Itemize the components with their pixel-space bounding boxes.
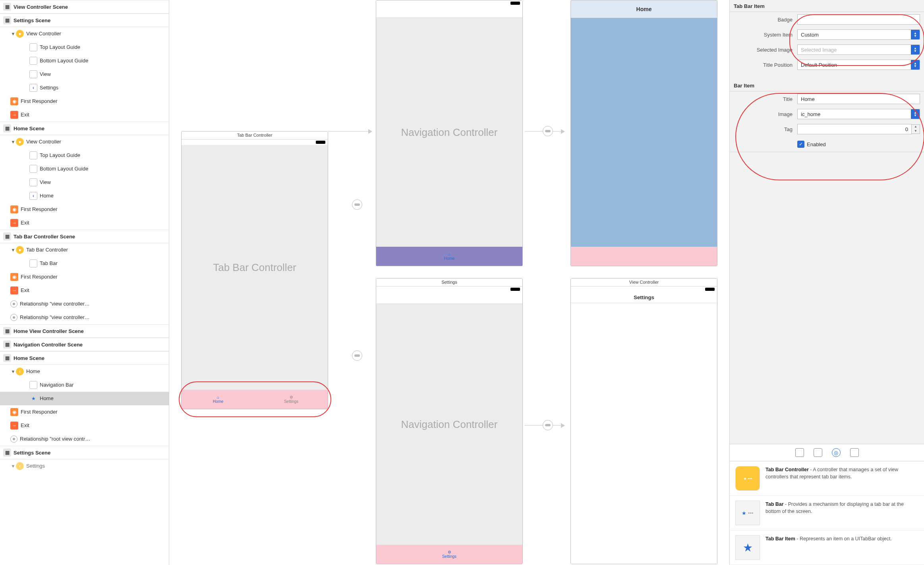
field-label: Title <box>734 96 797 102</box>
outline-tab-bar[interactable]: Tab Bar <box>0 257 169 270</box>
outline-exit[interactable]: →Exit <box>0 419 169 432</box>
outline-relationship-segue[interactable]: Relationship "view controller… <box>0 297 169 311</box>
outline-tab-bar-controller[interactable]: ▼●Tab Bar Controller <box>0 243 169 257</box>
library-item-text: Tab Bar Item - Represents an item on a U… <box>765 535 918 560</box>
outline-label: Relationship "view controller… <box>20 301 90 307</box>
tab-bar-preview[interactable]: ⌂Home ⚙Settings <box>182 390 328 409</box>
outline-navigation-bar[interactable]: Navigation Bar <box>0 378 169 392</box>
chevron-up-down-icon: ▲▼ <box>911 30 920 39</box>
enabled-checkbox[interactable]: ✓ <box>797 141 804 148</box>
select-placeholder: Selected Image <box>801 47 837 53</box>
outline-home-item[interactable]: ‹Home <box>0 189 169 203</box>
outline-first-responder[interactable]: ◉First Responder <box>0 405 169 419</box>
library-item-tab-bar[interactable]: ★ ••• Tab Bar - Provides a mechanism for… <box>730 496 924 530</box>
image-select[interactable]: ic_home ▲▼ <box>797 109 920 119</box>
disclosure-triangle-icon[interactable]: ▼ <box>10 139 16 144</box>
field-label: Badge <box>734 17 797 23</box>
outline-top-layout[interactable]: Top Layout Guide <box>0 41 169 54</box>
scene-navigation-controller[interactable]: ▦Navigation Controller Scene <box>0 338 169 351</box>
tab-settings[interactable]: ⚙Settings <box>255 390 328 409</box>
outline-view[interactable]: View <box>0 176 169 189</box>
library-item-text: Tab Bar Controller - A controller that m… <box>765 466 918 491</box>
layout-guide-icon <box>29 57 37 65</box>
outline-settings-item[interactable]: ‹Settings <box>0 81 169 95</box>
scene-home-view-controller[interactable]: ▦Home View Controller Scene <box>0 324 169 338</box>
frame-body-label: Navigation Controller <box>376 304 522 545</box>
outline-exit[interactable]: →Exit <box>0 216 169 230</box>
stepper-up-icon[interactable]: ▲ <box>912 125 920 129</box>
outline-label: First Responder <box>21 274 57 280</box>
segue-connector-icon[interactable] <box>352 199 362 210</box>
tag-input[interactable] <box>797 124 912 134</box>
scene-view-controller[interactable]: ▦ View Controller Scene <box>0 0 169 14</box>
home-view-controller-frame[interactable]: Home <box>570 0 717 266</box>
scene-home-nav[interactable]: ▦Home Scene <box>0 351 169 365</box>
outline-bottom-layout[interactable]: Bottom Layout Guide <box>0 162 169 176</box>
outline-bottom-layout[interactable]: Bottom Layout Guide <box>0 54 169 68</box>
navigation-controller-settings-frame[interactable]: Settings Navigation Controller ⚙Settings <box>376 278 523 564</box>
library-item-tab-bar-controller[interactable]: ★ ••• Tab Bar Controller - A controller … <box>730 461 924 496</box>
library-item-tab-bar-item[interactable]: ★ Tab Bar Item - Represents an item on a… <box>730 530 924 565</box>
outline-top-layout[interactable]: Top Layout Guide <box>0 149 169 162</box>
exit-icon: → <box>10 286 18 294</box>
field-label: Title Position <box>734 62 797 68</box>
scene-label: Tab Bar Controller Scene <box>14 234 75 240</box>
disclosure-triangle-icon[interactable]: ▼ <box>10 464 16 468</box>
code-snippets-icon[interactable] <box>814 448 822 457</box>
navigation-bar-icon <box>29 381 37 389</box>
badge-input[interactable] <box>797 14 920 25</box>
system-item-select[interactable]: Custom ▲▼ <box>797 29 920 40</box>
outline-first-responder[interactable]: ◉First Responder <box>0 270 169 284</box>
scene-settings[interactable]: ▦ Settings Scene <box>0 14 169 27</box>
file-templates-icon[interactable] <box>795 448 804 457</box>
outline-relationship-segue[interactable]: Relationship "root view contr… <box>0 432 169 446</box>
outline-relationship-segue[interactable]: Relationship "view controller… <box>0 311 169 324</box>
document-outline[interactable]: ▦ View Controller Scene ▦ Settings Scene… <box>0 0 169 565</box>
storyboard-icon: ▦ <box>3 16 11 24</box>
outline-view[interactable]: View <box>0 68 169 81</box>
media-library-icon[interactable] <box>850 448 859 457</box>
disclosure-triangle-icon[interactable]: ▼ <box>10 248 16 252</box>
outline-label: Top Layout Guide <box>40 44 80 50</box>
outline-home-tab-item[interactable]: ★Home <box>0 392 169 405</box>
outline-view-controller[interactable]: ▼ ● View Controller <box>0 27 169 41</box>
outline-first-responder[interactable]: ◉First Responder <box>0 203 169 216</box>
outline-exit[interactable]: →Exit <box>0 108 169 122</box>
title-input[interactable] <box>797 94 920 104</box>
stepper-down-icon[interactable]: ▼ <box>912 129 920 134</box>
segue-connector-icon[interactable] <box>352 350 362 361</box>
chevron-up-down-icon: ▲▼ <box>911 45 920 54</box>
scene-tab-bar-controller[interactable]: ▦Tab Bar Controller Scene <box>0 230 169 243</box>
tab-item-preview[interactable]: ⌂Home <box>376 247 522 266</box>
library-tab-strip: ◎ <box>730 444 924 461</box>
selected-image-select[interactable]: Selected Image ▲▼ <box>797 45 920 55</box>
disclosure-triangle-icon[interactable]: ▼ <box>10 369 16 374</box>
library-thumb-icon: ★ <box>735 535 760 560</box>
inspector-row-badge: Badge <box>730 12 924 27</box>
view-controller-icon: ● <box>16 30 24 38</box>
outline-settings-nav[interactable]: ▼‹Settings <box>0 459 169 473</box>
frame-title: Tab Bar Controller <box>182 132 328 139</box>
title-position-select[interactable]: Default Position ▲▼ <box>797 60 920 70</box>
settings-view-controller-frame[interactable]: View Controller Settings <box>570 278 717 564</box>
status-bar <box>182 139 328 145</box>
segue-connector-icon[interactable] <box>543 420 553 430</box>
outline-exit[interactable]: →Exit <box>0 284 169 297</box>
tab-bar-controller-frame[interactable]: Tab Bar Controller Tab Bar Controller ⌂H… <box>181 131 328 409</box>
segue-connector-icon[interactable] <box>543 126 553 136</box>
outline-view-controller[interactable]: ▼●View Controller <box>0 135 169 149</box>
tag-stepper[interactable]: ▲▼ <box>911 124 920 134</box>
storyboard-canvas[interactable]: Tab Bar Controller Tab Bar Controller ⌂H… <box>169 0 729 565</box>
layout-guide-icon <box>29 165 37 173</box>
scene-settings-nav[interactable]: ▦Settings Scene <box>0 446 169 459</box>
scene-home[interactable]: ▦Home Scene <box>0 122 169 135</box>
tab-home[interactable]: ⌂Home <box>182 390 255 409</box>
outline-home-nav[interactable]: ▼‹Home <box>0 365 169 378</box>
navigation-controller-home-frame[interactable]: Navigation Controller ⌂Home <box>376 0 523 266</box>
outline-first-responder[interactable]: ◉First Responder <box>0 95 169 108</box>
disclosure-triangle-icon[interactable]: ▼ <box>10 31 16 36</box>
field-label: Selected Image <box>734 47 797 53</box>
object-library-icon[interactable]: ◎ <box>832 448 841 457</box>
tab-item-preview[interactable]: ⚙Settings <box>376 545 522 564</box>
object-library[interactable]: ★ ••• Tab Bar Controller - A controller … <box>730 461 924 565</box>
